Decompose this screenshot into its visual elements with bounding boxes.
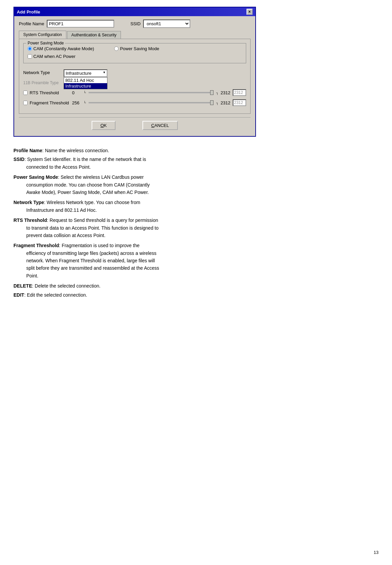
rts-threshold-row: RTS Threshold 0 └ ┐ 2312 bbox=[23, 89, 246, 96]
rts-slider-thumb[interactable] bbox=[210, 90, 214, 95]
description-section: Profile Name: Name the wireless connecti… bbox=[13, 147, 317, 299]
cam-radio-label: CAM (Constantly Awake Mode) bbox=[33, 46, 94, 51]
network-type-option-infra[interactable]: Infrastructure bbox=[64, 83, 107, 89]
ssid-desc-text-1: System Set Identifier. It is the name of… bbox=[27, 157, 146, 162]
rts-slider-start-icon: └ bbox=[84, 91, 86, 95]
fragment-label: Fragment Threshold bbox=[30, 100, 70, 105]
tabs-row: System Configuration Authentication & Se… bbox=[19, 31, 251, 39]
psm-desc-text-1: Select the wireless LAN Cardbus power bbox=[61, 174, 144, 180]
fragment-slider-end-icon: ┐ bbox=[216, 101, 219, 105]
profile-name-label: Profile Name bbox=[19, 21, 44, 26]
rts-desc-text-3: prevent data collision at Access Point. bbox=[26, 232, 317, 239]
fragment-desc-text-2: efficiency of transmitting large files (… bbox=[26, 250, 317, 257]
rts-checkbox[interactable] bbox=[23, 91, 28, 95]
cam-ac-label: CAM when AC Power bbox=[33, 54, 75, 59]
power-saving-group: Power Saving Mode CAM (Constantly Awake … bbox=[23, 43, 246, 63]
rts-term: RTS Threshold bbox=[13, 218, 47, 223]
psm-radio[interactable] bbox=[114, 46, 119, 51]
ssid-select[interactable]: onsoft1 bbox=[143, 20, 190, 28]
ssid-term: SSID bbox=[13, 157, 25, 162]
rts-desc-text-2: to transmit data to an Access Point. Thi… bbox=[26, 224, 317, 232]
psm-radio-item[interactable]: Power Saving Mode bbox=[114, 46, 159, 51]
network-type-list: 802.11 Ad Hoc Infrastructure bbox=[64, 77, 107, 89]
cam-ac-row[interactable]: CAM when AC Power bbox=[28, 54, 242, 59]
edit-colon: : bbox=[24, 292, 27, 298]
edit-desc: EDIT: Edit the selected connection. bbox=[13, 291, 317, 299]
profile-name-input[interactable] bbox=[47, 20, 114, 28]
rts-input[interactable] bbox=[233, 89, 246, 96]
ssid-desc-text-2: connected to the Access Point. bbox=[26, 163, 317, 171]
edit-desc-text: Edit the selected connection. bbox=[27, 292, 87, 298]
network-type-desc-text-2: Infrastructure and 802.11 Ad Hoc. bbox=[26, 206, 317, 214]
cam-radio[interactable] bbox=[28, 46, 32, 51]
ssid-desc: SSID: System Set Identifier. It is the n… bbox=[13, 156, 317, 171]
cancel-button[interactable]: CANCEL bbox=[142, 121, 178, 130]
rts-slider-area: └ ┐ bbox=[84, 91, 219, 95]
network-type-option-adhoc[interactable]: 802.11 Ad Hoc bbox=[64, 77, 107, 83]
cam-ac-checkbox[interactable] bbox=[28, 54, 32, 59]
network-type-label: Network Type bbox=[23, 69, 60, 75]
fragment-high-value: 2312 bbox=[221, 100, 231, 105]
dialog-content: Profile Name SSID onsoft1 System Configu… bbox=[14, 16, 255, 136]
rts-label: RTS Threshold bbox=[30, 90, 70, 95]
page-number: 13 bbox=[374, 550, 379, 555]
psm-colon: : bbox=[58, 174, 61, 180]
fragment-slider-start-icon: └ bbox=[84, 101, 86, 105]
network-type-term: Network Type bbox=[13, 200, 44, 205]
delete-term: DELETE bbox=[13, 283, 32, 289]
rts-high-value: 2312 bbox=[221, 90, 231, 95]
psm-desc-text-2: consumption mode. You can choose from CA… bbox=[26, 181, 317, 189]
rts-slider-track[interactable] bbox=[89, 92, 214, 93]
buttons-row: OK CANCEL bbox=[19, 117, 251, 131]
profile-name-desc: Profile Name: Name the wireless connecti… bbox=[13, 147, 317, 154]
rts-slider-end-icon: ┐ bbox=[216, 91, 219, 95]
network-section: Network Type Infrastructure 802.11 Ad Ho… bbox=[23, 68, 246, 89]
fragment-input[interactable] bbox=[233, 99, 246, 106]
power-saving-radio-row: CAM (Constantly Awake Mode) Power Saving… bbox=[28, 46, 242, 51]
add-profile-dialog: Add Profile × Profile Name SSID onsoft1 … bbox=[13, 7, 256, 137]
rts-desc: RTS Threshold: Request to Send threshold… bbox=[13, 217, 317, 239]
fragment-desc-text-5: Point. bbox=[26, 272, 317, 279]
delete-colon: : bbox=[32, 283, 35, 289]
fragment-desc-text-4: split before they are transmitted and re… bbox=[26, 264, 317, 272]
network-type-colon: : bbox=[44, 200, 47, 205]
preamble-label: 11B Preamble Type bbox=[23, 80, 60, 85]
network-type-desc-text-1: Wireless Network type. You can choose fr… bbox=[47, 200, 140, 205]
network-type-dropdown[interactable]: Infrastructure bbox=[64, 69, 107, 77]
tab-content: Power Saving Mode CAM (Constantly Awake … bbox=[19, 39, 251, 114]
psm-desc: Power Saving Mode: Select the wireless L… bbox=[13, 173, 317, 196]
fragment-low-value: 256 bbox=[72, 100, 81, 105]
ssid-label: SSID bbox=[130, 21, 140, 26]
fragment-desc-text-1: Fragmentation is used to improve the bbox=[62, 243, 139, 248]
profile-name-term: Profile Name bbox=[13, 148, 42, 153]
fragment-term: Fragment Threshold bbox=[13, 243, 59, 248]
rts-desc-text-1: Request to Send threshold is a query for… bbox=[50, 218, 158, 223]
fragment-slider-area: └ ┐ bbox=[84, 101, 219, 105]
tab-system-configuration[interactable]: System Configuration bbox=[19, 31, 66, 39]
fragment-slider-track[interactable] bbox=[89, 102, 214, 103]
dialog-title: Add Profile bbox=[17, 9, 40, 14]
rts-low-value: 0 bbox=[72, 90, 81, 95]
psm-desc-text-3: Awake Mode), Power Saving Mode, CAM when… bbox=[26, 189, 317, 196]
delete-desc: DELETE: Delete the selected connection. bbox=[13, 282, 317, 290]
network-type-row: Network Type Infrastructure 802.11 Ad Ho… bbox=[23, 69, 246, 77]
psm-term: Power Saving Mode bbox=[13, 174, 58, 180]
cam-radio-item[interactable]: CAM (Constantly Awake Mode) bbox=[28, 46, 94, 51]
tab-authentication-security[interactable]: Authentication & Security bbox=[67, 31, 121, 39]
fragment-colon: : bbox=[59, 243, 62, 248]
fragment-checkbox[interactable] bbox=[23, 101, 28, 105]
delete-desc-text: Delete the selected connection. bbox=[35, 283, 100, 289]
fragment-threshold-row: Fragment Threshold 256 └ ┐ 2312 bbox=[23, 99, 246, 106]
profile-name-row: Profile Name SSID onsoft1 bbox=[19, 20, 251, 28]
dialog-titlebar: Add Profile × bbox=[14, 7, 255, 16]
close-button[interactable]: × bbox=[247, 9, 253, 15]
power-saving-group-label: Power Saving Mode bbox=[26, 41, 65, 45]
profile-name-desc-text: Name the wireless connection. bbox=[45, 148, 109, 153]
network-type-desc: Network Type: Wireless Network type. You… bbox=[13, 199, 317, 214]
fragment-desc: Fragment Threshold: Fragmentation is use… bbox=[13, 242, 317, 279]
preamble-row: 11B Preamble Type bbox=[23, 80, 246, 85]
psm-radio-label: Power Saving Mode bbox=[120, 46, 159, 51]
fragment-desc-text-3: network. When Fragment Threshold is enab… bbox=[26, 257, 317, 264]
ok-button[interactable]: OK bbox=[92, 121, 116, 130]
fragment-slider-thumb[interactable] bbox=[210, 100, 214, 105]
